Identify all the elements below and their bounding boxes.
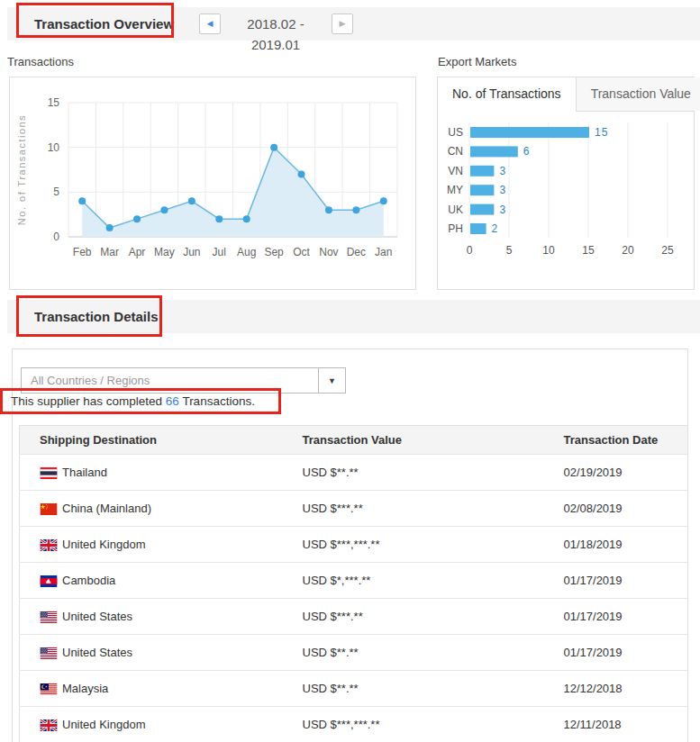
flag-icon-gb [40, 539, 58, 551]
svg-text:Aug: Aug [237, 246, 256, 258]
destination-cell: Malaysia [20, 671, 303, 707]
svg-text:Jun: Jun [183, 246, 200, 258]
value-cell: USD $**.** [303, 671, 564, 707]
svg-text:Apr: Apr [129, 246, 146, 258]
details-section-bar: Transaction Details [7, 300, 700, 333]
dropdown-arrow-button[interactable]: ▼ [318, 368, 345, 393]
table-row: Malaysia USD $**.** 12/12/2018 [20, 671, 688, 707]
transactions-line-chart: 051015FebMarAprMayJunJulAugSepOctNovDecJ… [10, 77, 415, 287]
svg-text:5: 5 [506, 244, 513, 257]
date-cell: 01/18/2019 [564, 527, 688, 563]
svg-text:Sep: Sep [264, 246, 284, 258]
svg-text:Feb: Feb [73, 246, 92, 258]
svg-text:10: 10 [48, 141, 60, 154]
svg-text:US: US [448, 126, 463, 139]
table-row: United States USD $**.** 01/17/2019 [20, 635, 688, 671]
details-title: Transaction Details [7, 300, 159, 333]
next-arrow-icon: ▶ [340, 20, 346, 28]
date-cell: 01/17/2019 [564, 635, 688, 671]
svg-text:CN: CN [448, 145, 463, 158]
col-shipping-destination: Shipping Destination [20, 426, 303, 455]
svg-text:20: 20 [622, 244, 634, 257]
svg-text:Mar: Mar [100, 246, 119, 258]
transactions-chart-panel: 051015FebMarAprMayJunJulAugSepOctNovDecJ… [9, 77, 416, 290]
table-row: Cambodia USD $*,***.** 01/17/2019 [20, 563, 688, 599]
country-filter-dropdown[interactable]: All Countries / Regions ▼ [21, 367, 346, 394]
flag-icon-my [40, 683, 58, 695]
destination-cell: China (Mainland) [20, 491, 303, 527]
date-cell: 12/12/2018 [564, 671, 688, 707]
value-cell: USD $***,***.** [303, 707, 564, 742]
value-cell: USD $**.** [303, 635, 564, 671]
flag-icon-th [40, 467, 58, 479]
col-transaction-value: Transaction Value [303, 426, 564, 455]
value-cell: USD $**.** [303, 455, 564, 491]
svg-text:0: 0 [53, 231, 59, 243]
date-cell: 01/17/2019 [564, 599, 688, 635]
flag-icon-cn [40, 503, 58, 515]
destination-cell: United States [20, 599, 303, 635]
table-row: Thailand USD $**.** 02/19/2019 [20, 455, 688, 491]
svg-text:Jul: Jul [213, 246, 226, 258]
table-row: China (Mainland) USD $***.** 02/08/2019 [20, 491, 688, 527]
svg-text:Dec: Dec [347, 246, 366, 258]
svg-text:0: 0 [467, 244, 473, 257]
prev-arrow-icon: ◀ [207, 20, 214, 28]
svg-text:15: 15 [582, 244, 595, 257]
date-cell: 02/19/2019 [564, 455, 688, 491]
destination-cell: United States [20, 635, 303, 671]
supplier-summary-text: This supplier has completed 66 Transacti… [11, 394, 255, 408]
value-cell: USD $*,***.** [303, 563, 564, 599]
transactions-count-link[interactable]: 66 [166, 394, 179, 408]
chevron-down-icon: ▼ [328, 376, 336, 385]
overview-title: Transaction Overview [7, 7, 174, 41]
export-markets-label: Export Markets [438, 55, 516, 68]
summary-prefix: This supplier has completed [11, 394, 166, 408]
flag-icon-kh [40, 575, 58, 587]
transactions-chart-label: Transactions [7, 55, 74, 68]
svg-text:3: 3 [499, 165, 506, 177]
svg-text:UK: UK [448, 204, 463, 216]
destination-cell: Thailand [20, 455, 303, 491]
svg-text:3: 3 [499, 184, 506, 196]
value-cell: USD $***.** [303, 599, 564, 635]
table-row: United Kingdom USD $***,***.** 12/11/201… [20, 707, 688, 742]
date-cell: 01/17/2019 [564, 563, 688, 599]
svg-text:6: 6 [523, 145, 531, 158]
country-filter-value: All Countries / Regions [22, 368, 318, 393]
summary-suffix: Transactions. [179, 394, 255, 408]
overview-section-bar: Transaction Overview [7, 7, 700, 41]
tab-transaction-value[interactable]: Transaction Value [577, 77, 700, 111]
destination-cell: Cambodia [20, 563, 303, 599]
destination-cell: United Kingdom [20, 707, 303, 742]
export-markets-panel: No. of Transactions Transaction Value 05… [437, 77, 695, 290]
svg-text:PH: PH [448, 222, 463, 235]
export-markets-tabs: No. of Transactions Transaction Value [438, 77, 694, 112]
date-range-label: 2018.02 - 2019.01 [222, 14, 330, 34]
svg-text:Nov: Nov [319, 246, 338, 258]
svg-text:MY: MY [447, 184, 463, 196]
flag-icon-us [40, 647, 58, 659]
svg-text:Jan: Jan [375, 246, 392, 258]
table-row: United States USD $***.** 01/17/2019 [20, 599, 688, 635]
transactions-table: Shipping Destination Transaction Value T… [19, 425, 688, 742]
transaction-page: Transaction Overview ◀ 2018.02 - 2019.01… [0, 0, 700, 742]
svg-text:3: 3 [499, 204, 506, 216]
tab-no-of-transactions[interactable]: No. of Transactions [438, 77, 577, 112]
svg-text:25: 25 [661, 244, 674, 257]
table-header-row: Shipping Destination Transaction Value T… [20, 426, 688, 455]
svg-text:10: 10 [542, 244, 555, 257]
flag-icon-gb [40, 719, 58, 731]
table-row: United Kingdom USD $***,***.** 01/18/201… [20, 527, 688, 563]
date-cell: 02/08/2019 [564, 491, 688, 527]
next-period-button[interactable]: ▶ [332, 14, 353, 34]
value-cell: USD $***,***.** [303, 527, 564, 563]
svg-text:15: 15 [595, 126, 608, 139]
svg-text:May: May [154, 246, 175, 258]
value-cell: USD $***.** [303, 491, 564, 527]
export-markets-bar-chart: 0510152025US15CN6VN3MY3UK3PH2 [438, 112, 694, 288]
svg-text:2: 2 [492, 222, 499, 235]
svg-text:No. of Transactions: No. of Transactions [16, 114, 27, 225]
date-cell: 12/11/2018 [564, 707, 688, 742]
prev-period-button[interactable]: ◀ [199, 14, 221, 34]
